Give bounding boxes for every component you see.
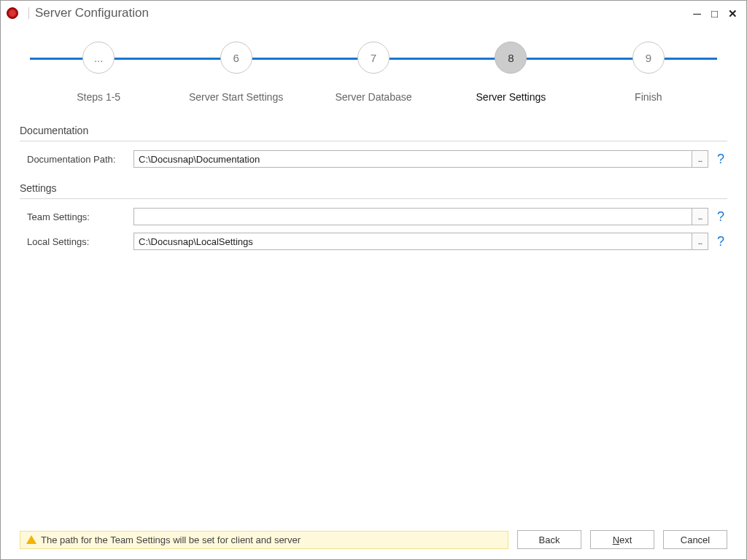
documentation-path-input[interactable] [134,151,692,167]
documentation-path-label: Documentation Path: [27,154,128,165]
footer: The path for the Team Settings will be s… [1,521,746,559]
status-bar: The path for the Team Settings will be s… [20,531,508,549]
local-settings-browse-button[interactable]: ... [692,233,708,249]
documentation-path-browse-button[interactable]: ... [692,151,708,167]
section-divider [20,198,727,199]
local-settings-label: Local Settings: [27,236,128,247]
window-controls: ─ □ ✕ [693,8,740,19]
help-icon[interactable]: ? [714,152,727,167]
team-settings-input[interactable] [134,209,692,225]
row-team-settings: Team Settings: ... ? [20,208,727,225]
step-node-3[interactable]: 7 [357,42,390,74]
step-label-4: Server Settings [442,91,579,103]
cancel-button[interactable]: Cancel [663,530,727,549]
next-button[interactable]: Next [590,530,654,549]
content-area: Documentation Documentation Path: ... ? … [1,103,746,250]
team-settings-label: Team Settings: [27,211,128,222]
step-node-4[interactable]: 8 [495,42,527,74]
row-documentation-path: Documentation Path: ... ? [20,150,727,168]
documentation-path-input-wrap: ... [133,150,708,168]
step-node-2[interactable]: 6 [220,42,252,74]
status-text: The path for the Team Settings will be s… [41,534,301,545]
help-icon[interactable]: ? [714,234,727,249]
window-title: Server Configuration [35,6,149,20]
close-button[interactable]: ✕ [728,8,738,19]
app-icon [7,7,18,19]
step-label-1: Steps 1-5 [30,91,167,103]
local-settings-input[interactable] [134,233,692,249]
warning-icon [26,535,36,544]
step-label-2: Server Start Settings [167,91,304,103]
stepper: ... 6 7 8 9 Steps 1-5 Server Start Setti… [1,42,746,103]
title-divider [28,7,29,19]
step-node-1[interactable]: ... [82,42,115,74]
title-bar: Server Configuration ─ □ ✕ [1,1,746,26]
row-local-settings: Local Settings: ... ? [20,233,727,250]
step-label-5: Finish [580,91,717,103]
local-settings-input-wrap: ... [133,233,708,250]
step-node-5[interactable]: 9 [632,42,665,74]
maximize-button[interactable]: □ [711,8,718,19]
section-heading-settings: Settings [20,182,727,194]
team-settings-browse-button[interactable]: ... [692,209,708,225]
minimize-button[interactable]: ─ [693,8,701,19]
section-heading-documentation: Documentation [20,125,727,136]
back-button[interactable]: Back [517,530,581,549]
help-icon[interactable]: ? [714,209,727,225]
section-divider [20,141,727,141]
team-settings-input-wrap: ... [133,208,708,225]
step-label-3: Server Database [305,91,442,103]
